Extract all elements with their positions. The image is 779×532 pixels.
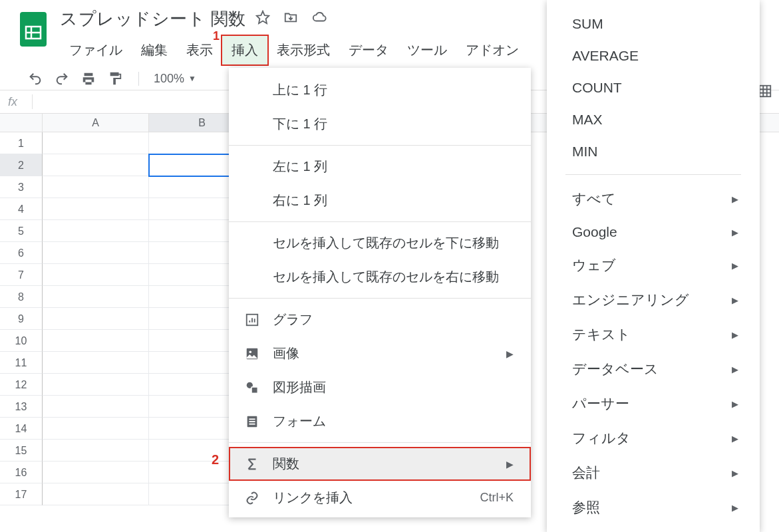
cell-A14[interactable] [43,418,149,440]
row-header[interactable]: 16 [0,462,43,483]
annotation-1: 1 [213,29,220,43]
select-all-corner[interactable] [0,114,43,132]
cell-A6[interactable] [43,242,149,264]
row-header[interactable]: 4 [0,198,43,220]
row-header[interactable]: 1 [0,132,43,154]
insert-image[interactable]: 画像 ▶ [229,336,531,370]
function-category[interactable]: Google▶ [547,216,760,248]
function-max[interactable]: MAX [547,104,760,136]
menu-file[interactable]: ファイル [60,36,132,65]
function-category[interactable]: 参照▶ [547,490,760,525]
link-icon [243,489,261,507]
row-header[interactable]: 14 [0,418,43,440]
row-header[interactable]: 10 [0,330,43,352]
menu-data[interactable]: データ [339,36,398,65]
column-header-a[interactable]: A [43,114,149,132]
category-label: フィルタ [572,429,631,448]
insert-link[interactable]: リンクを挿入 Ctrl+K [229,481,531,515]
cell-A8[interactable] [43,286,149,308]
cell-A13[interactable] [43,396,149,418]
shapes-icon [243,379,261,396]
app-logo[interactable] [19,9,48,49]
undo-icon[interactable] [28,71,43,86]
insert-cells-shift-down[interactable]: セルを挿入して既存のセルを下に移動 [229,226,531,260]
row-header[interactable]: 3 [0,176,43,198]
cloud-status-icon[interactable] [311,10,327,27]
redo-icon[interactable] [55,71,69,86]
insert-chart[interactable]: グラフ [229,303,531,336]
insert-cells-shift-right[interactable]: セルを挿入して既存のセルを右に移動 [229,260,531,294]
insert-form[interactable]: フォーム [229,404,531,438]
move-folder-icon[interactable] [283,10,298,27]
row-header[interactable]: 2 [0,154,43,176]
cell-A2[interactable] [43,154,149,176]
row-header[interactable]: 17 [0,483,43,505]
row-header[interactable]: 8 [0,286,43,308]
cell-A11[interactable] [43,352,149,374]
category-label: テキスト [572,325,631,344]
category-label: 会計 [572,464,600,482]
grid-icon[interactable] [758,84,772,102]
insert-drawing[interactable]: 図形描画 [229,370,531,404]
function-category[interactable]: すべて▶ [547,182,760,216]
insert-row-above[interactable]: 上に 1 行 [229,73,531,107]
menu-format[interactable]: 表示形式 [267,36,339,65]
svg-point-12 [249,350,251,353]
function-count[interactable]: COUNT [547,72,760,104]
star-icon[interactable] [255,10,270,27]
cell-A4[interactable] [43,198,149,220]
row-header[interactable]: 5 [0,220,43,242]
paint-format-icon[interactable] [108,71,122,86]
menu-label: 関数 [273,455,494,473]
svg-rect-17 [249,421,255,422]
menu-edit[interactable]: 編集 [132,36,177,65]
menu-tools[interactable]: ツール [398,36,456,65]
svg-rect-0 [20,12,47,47]
function-category[interactable]: ウェブ▶ [547,248,760,283]
function-label: MIN [572,144,598,160]
cell-A16[interactable] [43,462,149,483]
cell-A9[interactable] [43,308,149,330]
insert-function[interactable]: 2 関数 ▶ [229,447,531,481]
row-header[interactable]: 7 [0,264,43,286]
menu-label: フォーム [273,412,514,430]
cell-A1[interactable] [43,132,149,154]
cell-A12[interactable] [43,374,149,396]
function-min[interactable]: MIN [547,136,760,168]
cell-A17[interactable] [43,483,149,505]
row-header[interactable]: 13 [0,396,43,418]
menu-label: 右に 1 列 [273,192,514,209]
row-header[interactable]: 15 [0,440,43,462]
cell-A7[interactable] [43,264,149,286]
row-header[interactable]: 6 [0,242,43,264]
insert-col-left[interactable]: 左に 1 列 [229,150,531,184]
cell-A10[interactable] [43,330,149,352]
insert-col-right[interactable]: 右に 1 列 [229,184,531,217]
menu-shortcut: Ctrl+K [480,491,514,505]
print-icon[interactable] [81,71,96,86]
function-average[interactable]: AVERAGE [547,40,760,72]
insert-row-below[interactable]: 下に 1 行 [229,107,531,141]
function-category[interactable]: データベース▶ [547,352,760,386]
menu-addons[interactable]: アドオン [456,36,528,65]
row-header[interactable]: 11 [0,352,43,374]
cell-A3[interactable] [43,176,149,198]
cell-A15[interactable] [43,440,149,462]
fx-label: fx [8,95,28,109]
document-title[interactable]: スプレッドシート 関数 [60,7,246,31]
zoom-value[interactable]: 100% [154,72,184,86]
row-header[interactable]: 12 [0,374,43,396]
function-submenu: SUMAVERAGECOUNTMAXMIN すべて▶Google▶ウェブ▶エンジ… [547,0,760,532]
function-category[interactable]: テキスト▶ [547,317,760,352]
function-sum[interactable]: SUM [547,8,760,40]
function-category[interactable]: 会計▶ [547,456,760,490]
function-category[interactable]: パーサー▶ [547,386,760,421]
zoom-dropdown-icon[interactable]: ▼ [188,74,196,83]
function-category[interactable]: フィルタ▶ [547,421,760,456]
category-label: パーサー [572,394,629,413]
function-category[interactable]: エンジニアリング▶ [547,283,760,317]
row-header[interactable]: 9 [0,308,43,330]
function-label: AVERAGE [572,48,639,64]
menu-insert[interactable]: 1 挿入 [222,36,267,65]
cell-A5[interactable] [43,220,149,242]
